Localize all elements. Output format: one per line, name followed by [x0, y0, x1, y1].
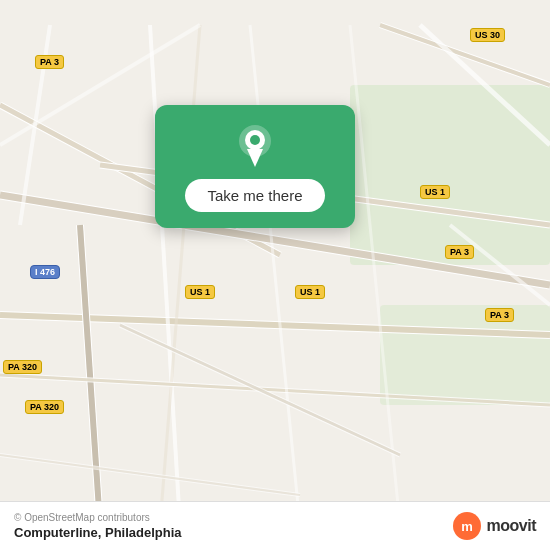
moovit-logo: m moovit: [453, 512, 536, 540]
svg-point-30: [250, 135, 260, 145]
svg-point-32: [252, 148, 258, 154]
map-container: US 30 US 1 US 1 US 1 PA 3 PA 3 PA 3 PA 3…: [0, 0, 550, 550]
location-name: Computerline, Philadelphia: [14, 525, 182, 540]
bottom-bar: © OpenStreetMap contributors Computerlin…: [0, 501, 550, 550]
take-me-there-button[interactable]: Take me there: [185, 179, 324, 212]
svg-line-9: [380, 25, 550, 85]
svg-line-21: [0, 455, 300, 495]
copyright-text: © OpenStreetMap contributors: [14, 512, 182, 523]
svg-line-18: [250, 25, 300, 525]
moovit-icon: m: [453, 512, 481, 540]
location-card: Take me there: [155, 105, 355, 228]
road-badge-us30: US 30: [470, 28, 505, 42]
svg-text:m: m: [461, 519, 473, 534]
bottom-left-info: © OpenStreetMap contributors Computerlin…: [14, 512, 182, 540]
moovit-label: moovit: [487, 517, 536, 535]
svg-rect-1: [380, 305, 550, 405]
road-badge-pa320-1: PA 320: [25, 400, 64, 414]
svg-rect-0: [350, 85, 550, 265]
road-badge-us1-3: US 1: [295, 285, 325, 299]
road-badge-pa3-4: PA 3: [485, 308, 514, 322]
road-badge-i476: I 476: [30, 265, 60, 279]
svg-line-13: [80, 225, 100, 525]
pin-icon: [233, 123, 277, 167]
road-badge-us1-2: US 1: [185, 285, 215, 299]
road-badge-us1-1: US 1: [420, 185, 450, 199]
road-badge-pa320-2: PA 320: [3, 360, 42, 374]
svg-line-23: [120, 325, 400, 455]
road-badge-pa3-3: PA 3: [445, 245, 474, 259]
road-badge-pa3-top: PA 3: [35, 55, 64, 69]
map-roads: [0, 0, 550, 550]
